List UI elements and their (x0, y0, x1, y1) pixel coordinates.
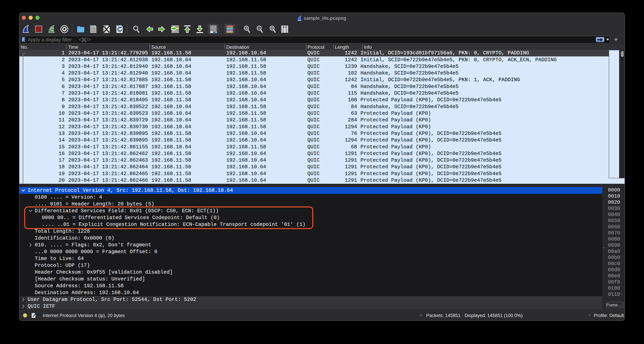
svg-text:01110: 01110 (91, 31, 96, 32)
